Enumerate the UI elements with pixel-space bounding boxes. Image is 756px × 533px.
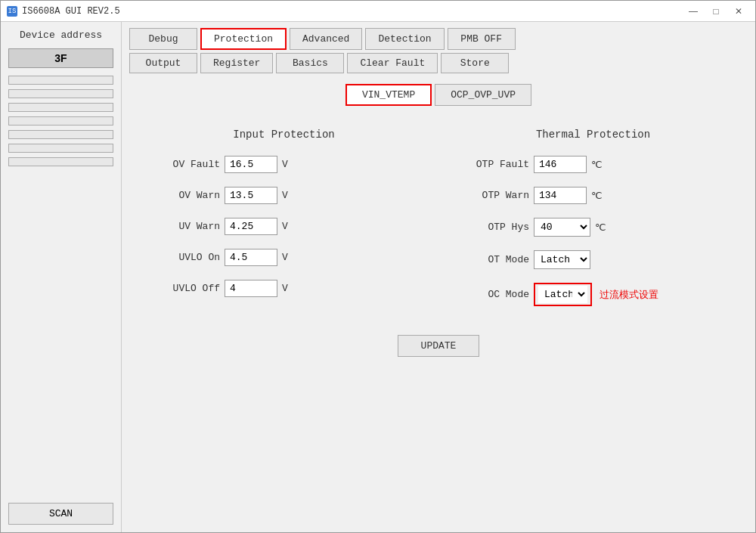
ov-fault-row: OV Fault V bbox=[144, 156, 423, 173]
register-button[interactable]: Register bbox=[200, 53, 273, 73]
sidebar: Device address 3F SCAN bbox=[1, 22, 122, 532]
otp-hys-unit: ℃ bbox=[595, 222, 610, 234]
device-address-label: Device address bbox=[8, 29, 113, 41]
uv-warn-label: UV Warn bbox=[144, 221, 220, 232]
debug-button[interactable]: Debug bbox=[129, 28, 197, 50]
oc-mode-field-label: OC Mode bbox=[454, 289, 529, 300]
otp-hys-row: OTP Hys 40 20 60 80 ℃ bbox=[454, 218, 733, 237]
otp-fault-input[interactable] bbox=[534, 156, 587, 173]
input-protection-title: Input Protection bbox=[144, 129, 423, 141]
output-button[interactable]: Output bbox=[129, 53, 197, 73]
otp-fault-label: OTP Fault bbox=[454, 159, 529, 170]
title-bar-left: IS IS6608A GUI REV2.5 bbox=[7, 6, 120, 17]
update-row: UPDATE bbox=[144, 335, 733, 357]
main-content: Device address 3F SCAN Debug Protection … bbox=[1, 22, 755, 532]
otp-warn-row: OTP Warn ℃ bbox=[454, 187, 733, 204]
ov-fault-input[interactable] bbox=[225, 156, 277, 173]
sidebar-btn-1[interactable] bbox=[8, 76, 113, 85]
otp-warn-input[interactable] bbox=[534, 187, 587, 204]
sidebar-btn-4[interactable] bbox=[8, 116, 113, 126]
scan-button[interactable]: SCAN bbox=[8, 503, 113, 525]
uvlo-on-unit: V bbox=[282, 252, 297, 263]
thermal-protection-title: Thermal Protection bbox=[454, 129, 733, 141]
update-button[interactable]: UPDATE bbox=[398, 335, 480, 357]
store-button[interactable]: Store bbox=[441, 53, 509, 73]
sidebar-btn-5[interactable] bbox=[8, 130, 113, 139]
uv-warn-input[interactable] bbox=[225, 218, 277, 235]
ot-mode-row: OT Mode Latch Hiccup bbox=[454, 250, 733, 269]
thermal-protection-section: Thermal Protection OTP Fault ℃ OTP Warn … bbox=[454, 129, 733, 320]
app-icon: IS bbox=[7, 6, 17, 17]
tab-vin-vtemp[interactable]: VIN_VTEMP bbox=[345, 84, 432, 106]
oc-mode-box: Latch Hiccup bbox=[534, 283, 592, 306]
maximize-button[interactable]: □ bbox=[705, 4, 727, 19]
ot-mode-label: OT Mode bbox=[454, 254, 529, 265]
otp-hys-select[interactable]: 40 20 60 80 bbox=[534, 218, 590, 237]
close-button[interactable]: ✕ bbox=[728, 4, 749, 19]
otp-warn-label: OTP Warn bbox=[454, 190, 529, 201]
sidebar-btn-3[interactable] bbox=[8, 103, 113, 112]
otp-fault-row: OTP Fault ℃ bbox=[454, 156, 733, 173]
otp-warn-unit: ℃ bbox=[591, 190, 606, 202]
ov-warn-row: OV Warn V bbox=[144, 187, 423, 204]
ov-warn-unit: V bbox=[282, 190, 297, 201]
toolbar-row-1: Debug Protection Advanced Detection PMB … bbox=[129, 28, 748, 50]
ov-fault-unit: V bbox=[282, 159, 297, 170]
uvlo-on-label: UVLO On bbox=[144, 252, 220, 263]
title-bar: IS IS6608A GUI REV2.5 — □ ✕ bbox=[1, 1, 755, 22]
otp-fault-unit: ℃ bbox=[591, 159, 606, 171]
toolbar: Debug Protection Advanced Detection PMB … bbox=[122, 22, 755, 76]
uvlo-off-input[interactable] bbox=[225, 280, 277, 297]
protection-button[interactable]: Protection bbox=[200, 28, 287, 50]
uvlo-off-label: UVLO Off bbox=[144, 283, 220, 294]
advanced-button[interactable]: Advanced bbox=[290, 28, 362, 50]
uv-warn-row: UV Warn V bbox=[144, 218, 423, 235]
basics-button[interactable]: Basics bbox=[276, 53, 344, 73]
sections-row: Input Protection OV Fault V OV Warn V bbox=[144, 129, 733, 320]
sidebar-btn-7[interactable] bbox=[8, 157, 113, 166]
detection-button[interactable]: Detection bbox=[365, 28, 444, 50]
uvlo-on-input[interactable] bbox=[225, 249, 277, 266]
ov-warn-label: OV Warn bbox=[144, 190, 220, 201]
uv-warn-unit: V bbox=[282, 221, 297, 232]
window-title: IS6608A GUI REV2.5 bbox=[22, 6, 120, 17]
uvlo-off-unit: V bbox=[282, 283, 297, 294]
sidebar-btn-2[interactable] bbox=[8, 89, 113, 98]
ov-warn-input[interactable] bbox=[225, 187, 277, 204]
device-address-value[interactable]: 3F bbox=[8, 48, 113, 68]
oc-mode-annotation: 过流模式设置 bbox=[600, 288, 658, 302]
tab-area: VIN_VTEMP OCP_OVP_UVP bbox=[122, 76, 755, 106]
input-protection-section: Input Protection OV Fault V OV Warn V bbox=[144, 129, 423, 320]
window-controls: — □ ✕ bbox=[683, 4, 749, 19]
uvlo-on-row: UVLO On V bbox=[144, 249, 423, 266]
ot-mode-select[interactable]: Latch Hiccup bbox=[534, 250, 590, 269]
ov-fault-label: OV Fault bbox=[144, 159, 220, 170]
right-panel: Debug Protection Advanced Detection PMB … bbox=[122, 22, 755, 532]
minimize-button[interactable]: — bbox=[683, 4, 704, 19]
toolbar-row-2: Output Register Basics Clear Fault Store bbox=[129, 53, 748, 73]
tab-ocp-ovp-uvp[interactable]: OCP_OVP_UVP bbox=[435, 84, 531, 106]
otp-hys-label: OTP Hys bbox=[454, 222, 529, 233]
oc-mode-select[interactable]: Latch Hiccup bbox=[538, 286, 587, 303]
oc-mode-field-row: OC Mode Latch Hiccup 过流模式设置 bbox=[454, 283, 733, 306]
content-area: Input Protection OV Fault V OV Warn V bbox=[122, 106, 755, 532]
main-window: IS IS6608A GUI REV2.5 — □ ✕ Device addre… bbox=[0, 0, 756, 533]
clear-fault-button[interactable]: Clear Fault bbox=[347, 53, 438, 73]
pmb-off-button[interactable]: PMB OFF bbox=[448, 28, 516, 50]
sidebar-btn-6[interactable] bbox=[8, 144, 113, 153]
uvlo-off-row: UVLO Off V bbox=[144, 280, 423, 297]
